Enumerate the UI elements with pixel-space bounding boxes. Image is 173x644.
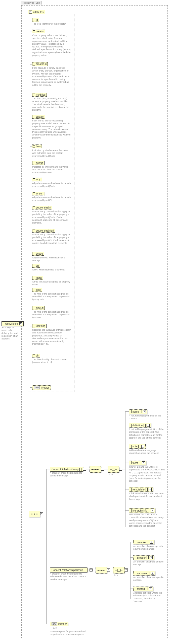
group-conceptdefinition[interactable]: ConceptDefinitionGroup bbox=[50, 467, 83, 472]
attr-creatoruri-desc: If the attribute is empty, specifies whi… bbox=[32, 67, 71, 87]
attr-icon bbox=[33, 162, 35, 164]
group-def-collapse[interactable]: − bbox=[83, 468, 86, 471]
svg-point-3 bbox=[36, 514, 37, 515]
attr-label: why bbox=[36, 178, 40, 181]
attr-label: custom bbox=[36, 115, 44, 118]
lead-bar-icon bbox=[3, 322, 4, 325]
group-rel-collapse[interactable]: − bbox=[90, 568, 93, 571]
elem-sameas-desc: An identifier of a concept with equivale… bbox=[133, 545, 165, 551]
expand-icon[interactable]: + bbox=[150, 556, 153, 559]
attr-icon bbox=[33, 94, 35, 96]
elem-related[interactable]: related+ bbox=[133, 587, 153, 591]
attr-creator[interactable]: creator bbox=[32, 30, 45, 33]
expand-icon[interactable]: + bbox=[151, 572, 154, 575]
end-bars-icon bbox=[139, 461, 141, 464]
group-conceptrelationships-label: ConceptRelationshipsGroup bbox=[52, 569, 83, 571]
attr-how-desc: Indicates by which means the value was e… bbox=[32, 149, 71, 158]
expand-icon[interactable]: + bbox=[151, 509, 154, 512]
attr-label: how bbox=[36, 145, 40, 148]
attr-any-other[interactable]: any ##other bbox=[32, 385, 51, 390]
elem-name[interactable]: name+ bbox=[129, 409, 147, 414]
lead-bar-icon bbox=[130, 488, 132, 491]
expand-icon[interactable]: + bbox=[150, 541, 153, 544]
elem-related-desc: A related concept, where the relationshi… bbox=[133, 592, 165, 603]
attr-label: creatoruri bbox=[36, 63, 47, 65]
elem-label: name bbox=[133, 410, 139, 413]
attr-custom[interactable]: custom bbox=[32, 115, 45, 119]
svg-point-2 bbox=[34, 514, 35, 515]
expand-icon[interactable]: + bbox=[141, 445, 144, 448]
svg-point-17 bbox=[103, 570, 104, 571]
elem-broader[interactable]: broader+ bbox=[133, 555, 154, 560]
attr-xmllang[interactable]: xml:lang bbox=[32, 324, 47, 328]
attr-how[interactable]: how bbox=[32, 145, 42, 148]
attr-label: howuri bbox=[36, 162, 43, 164]
end-bars-icon bbox=[148, 572, 150, 575]
root-collapse-toggle[interactable]: − bbox=[19, 322, 22, 325]
expand-icon[interactable]: + bbox=[147, 424, 150, 427]
elem-label: narrower bbox=[137, 572, 147, 575]
attributes-header-label: attributes bbox=[33, 11, 44, 14]
elem-hierarchyinfo[interactable]: hierarchyInfo+ bbox=[129, 508, 155, 513]
group-def-choice[interactable] bbox=[108, 466, 119, 473]
group-def-sequence-toggle[interactable]: − bbox=[101, 468, 104, 471]
attr-howuri[interactable]: howuri bbox=[32, 161, 45, 165]
end-bars-icon bbox=[148, 509, 150, 512]
attr-id-desc: The local identifier of the property. bbox=[32, 23, 70, 25]
group-rel-sequence-toggle[interactable]: − bbox=[107, 568, 110, 571]
sequence-compositor[interactable] bbox=[29, 511, 40, 517]
attributes-header[interactable]: − attributes bbox=[28, 10, 45, 14]
elem-remoteinfo[interactable]: remoteInfo+ bbox=[129, 487, 153, 492]
lead-bar-icon bbox=[135, 541, 136, 544]
attr-label: modified bbox=[36, 93, 46, 96]
group-conceptrelationships[interactable]: ConceptRelationshipsGroup bbox=[50, 567, 88, 573]
elem-narrower[interactable]: narrower+ bbox=[133, 571, 155, 576]
attr-why[interactable]: why bbox=[32, 178, 42, 181]
attr-id[interactable]: id bbox=[32, 18, 39, 22]
attr-typeuri[interactable]: typeuri bbox=[32, 306, 45, 310]
lead-bar-icon bbox=[130, 424, 132, 427]
attr-label: literal bbox=[36, 276, 42, 279]
attr-dir[interactable]: dir bbox=[32, 354, 40, 357]
end-bars-icon bbox=[146, 488, 148, 491]
elem-note[interactable]: note+ bbox=[129, 444, 146, 449]
expand-icon[interactable]: + bbox=[149, 587, 152, 590]
attr-pubconstraint[interactable]: pubconstraint bbox=[32, 206, 52, 209]
group-rel-occ: 0..∞ bbox=[114, 574, 118, 577]
elem-label: hierarchyInfo bbox=[133, 509, 147, 512]
attr-creatoruri[interactable]: creatoruri bbox=[32, 62, 48, 66]
elem-facet[interactable]: facet+ bbox=[129, 461, 146, 465]
svg-point-1 bbox=[31, 514, 32, 515]
attr-whyuri-desc: Why the metadata has been included - exp… bbox=[32, 196, 71, 202]
attributes-collapse-toggle[interactable]: − bbox=[29, 11, 32, 14]
attr-modified[interactable]: modified bbox=[32, 93, 47, 97]
elem-sameas[interactable]: sameAs+ bbox=[133, 540, 154, 544]
attr-qcode[interactable]: qcode bbox=[32, 252, 44, 256]
attr-pubconstrainturi[interactable]: pubconstrainturi bbox=[32, 229, 55, 233]
lead-bar-icon bbox=[130, 509, 132, 512]
attr-xmllang-desc: Specifies the language of this property … bbox=[32, 329, 71, 346]
attr-pubconstrainturi-desc: One or many constraints that apply to pu… bbox=[32, 233, 71, 245]
group-def-choice-toggle[interactable]: − bbox=[119, 468, 122, 471]
attr-uri[interactable]: uri bbox=[32, 264, 40, 268]
group-rel-choice-toggle[interactable]: − bbox=[125, 568, 128, 571]
group-def-sequence[interactable] bbox=[90, 466, 101, 473]
elem-remoteinfo-desc: A link to an item or a web resource whic… bbox=[129, 492, 165, 501]
elem-definition[interactable]: definition+ bbox=[129, 423, 151, 427]
type-title-tab: Flex1PropType bbox=[21, 1, 41, 5]
attr-whyuri[interactable]: whyuri bbox=[32, 192, 45, 195]
group-rel-sequence[interactable] bbox=[96, 567, 107, 574]
child-any-other[interactable]: any ##other bbox=[50, 622, 68, 626]
attr-icon bbox=[33, 30, 35, 33]
sequence-collapse-toggle[interactable]: − bbox=[40, 512, 43, 515]
attr-literal[interactable]: literal bbox=[32, 276, 43, 280]
expand-icon[interactable]: + bbox=[142, 461, 145, 464]
attr-dir-desc: The directionality of textual content (e… bbox=[32, 358, 71, 364]
expand-icon[interactable]: + bbox=[149, 488, 152, 491]
expand-icon[interactable]: + bbox=[143, 410, 146, 413]
group-rel-choice[interactable] bbox=[113, 567, 125, 574]
attr-type[interactable]: type bbox=[32, 288, 42, 292]
attr-label: qcode bbox=[36, 252, 43, 255]
elem-broader-desc: An identifier of a more generic concept. bbox=[133, 560, 165, 566]
attr-label: uri bbox=[36, 264, 39, 267]
